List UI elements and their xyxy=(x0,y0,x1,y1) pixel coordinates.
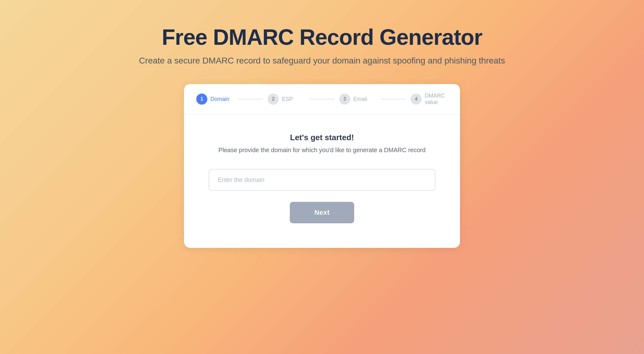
step-label-email: Email xyxy=(353,96,367,102)
wizard-body: Let's get started! Please provide the do… xyxy=(184,114,460,248)
step-item-email: 3 Email xyxy=(339,94,376,105)
next-button[interactable]: Next xyxy=(290,202,354,223)
wizard-heading: Let's get started! xyxy=(209,133,435,142)
step-item-esp: 2 ESP xyxy=(268,94,305,105)
step-label-domain: Domain xyxy=(210,96,229,102)
step-item-domain: 1 Domain xyxy=(196,94,233,105)
step-circle-1: 1 xyxy=(196,94,207,105)
wizard-card: 1 Domain 2 ESP 3 Email 4 DMARC value xyxy=(184,84,460,248)
step-connector-3 xyxy=(381,99,406,99)
step-label-esp: ESP xyxy=(282,96,293,102)
step-connector-1 xyxy=(238,99,263,99)
step-circle-4: 4 xyxy=(411,94,422,105)
step-circle-2: 2 xyxy=(268,94,279,105)
domain-input[interactable] xyxy=(209,169,435,191)
wizard-description: Please provide the domain for which you'… xyxy=(209,147,435,154)
page-header: Free DMARC Record Generator Create a sec… xyxy=(139,25,505,66)
steps-header: 1 Domain 2 ESP 3 Email 4 DMARC value xyxy=(184,84,460,114)
step-circle-3: 3 xyxy=(339,94,350,105)
step-connector-2 xyxy=(310,99,334,99)
step-label-dmarc: DMARC value xyxy=(425,93,448,106)
page-subtitle: Create a secure DMARC record to safeguar… xyxy=(139,56,505,66)
page-title: Free DMARC Record Generator xyxy=(139,25,505,50)
step-item-dmarc: 4 DMARC value xyxy=(411,93,448,106)
